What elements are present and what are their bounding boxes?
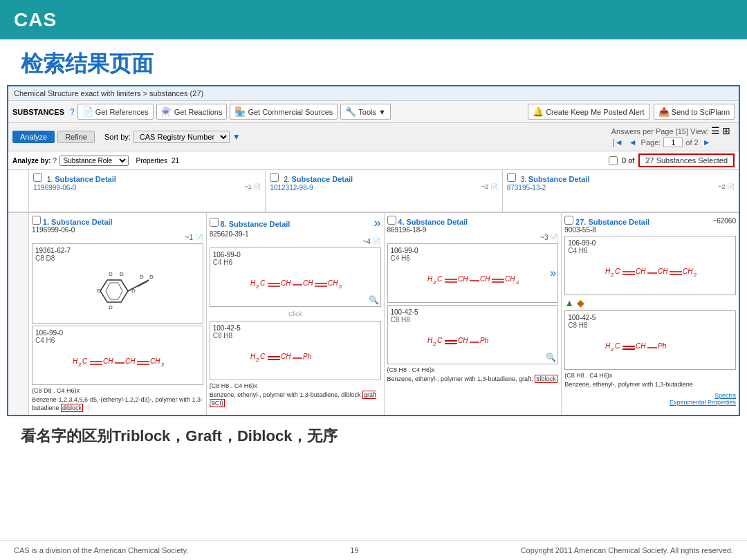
card-2-c1-formula: C4 H6 bbox=[213, 259, 378, 266]
card-1-checkbox[interactable] bbox=[32, 216, 41, 225]
card-3-compound-1: 106-99-0 C4 H6 H 2 C CH CH CH bbox=[387, 243, 559, 303]
preview-3-checkbox[interactable] bbox=[507, 173, 516, 182]
card-4-formula-label: (C8 H8 . C4 H6)x bbox=[564, 372, 736, 379]
svg-text:CH: CH bbox=[458, 275, 468, 283]
tab-refine[interactable]: Refine bbox=[57, 131, 95, 143]
card-2-title[interactable]: 8. Substance Detail bbox=[221, 220, 290, 228]
create-alert-button[interactable]: 🔔 Create Keep Me Posted Alert bbox=[528, 104, 649, 120]
get-references-button[interactable]: 📄 Get References bbox=[77, 104, 154, 120]
tab-analyze[interactable]: Analyze bbox=[12, 131, 55, 143]
card-2-highlight: graft (9CI) bbox=[210, 391, 376, 407]
list-view-button[interactable]: ☰ bbox=[711, 125, 720, 136]
svg-marker-0 bbox=[100, 280, 128, 302]
sort-label: Sort by: bbox=[104, 133, 131, 141]
card-4-orange-icon[interactable]: ◆ bbox=[577, 297, 584, 308]
preview-3-title[interactable]: Substance Detail bbox=[528, 175, 590, 183]
card-4-compound-1: 106-99-0 C4 H6 H 2 C CH CH CH bbox=[564, 236, 736, 295]
top-previews-row: 1. Substance Detail 1196999-06-0 ~1 📄 2.… bbox=[8, 170, 739, 212]
send-to-scifinder-button[interactable]: 📤 Send to SciPlann bbox=[654, 104, 735, 120]
card-3-checkbox[interactable] bbox=[387, 216, 396, 225]
card-2-compound-1: 106-99-0 C4 H6 H 2 C CH CH CH bbox=[210, 248, 381, 307]
card-3: 4. Substance Detail 869196-18-9 ~3 📄 106… bbox=[385, 213, 562, 415]
preview-3-ref: ~2 📄 bbox=[718, 183, 735, 190]
card-3-compound-2: 100-42-5 C8 H8 H 2 C CH Ph 🔍 bbox=[387, 305, 559, 364]
card-2-c2-cas: 100-42-5 bbox=[213, 324, 378, 332]
benzene-d8-structure: D D D D D D D bbox=[69, 266, 166, 315]
card-2: 8. Substance Detail » 825620-39-1 ~4 📄 1… bbox=[207, 213, 385, 415]
substances-label: SUBSTANCES bbox=[12, 108, 64, 116]
svg-text:C: C bbox=[437, 337, 443, 344]
svg-text:2: 2 bbox=[256, 357, 259, 363]
card-4-c2-structure: H 2 C CH Ph bbox=[568, 329, 732, 366]
preview-1-checkbox[interactable] bbox=[33, 173, 42, 182]
card-2-checkbox[interactable] bbox=[210, 218, 219, 227]
card-1-c2-formula: C4 H6 bbox=[35, 337, 200, 344]
next-page-button[interactable]: ► bbox=[701, 136, 712, 149]
svg-text:CH: CH bbox=[103, 357, 113, 365]
card-3-c1-scroll[interactable]: » bbox=[550, 267, 556, 279]
card-4-title[interactable]: 27. Substance Detail bbox=[575, 218, 649, 226]
butadiene-structure: H 2 C CH CH CH 2 bbox=[69, 348, 166, 376]
results-container: Chemical Structure exact with limiters >… bbox=[7, 85, 740, 416]
svg-text:2: 2 bbox=[694, 272, 697, 278]
card-3-c2-magnifier[interactable]: 🔍 bbox=[546, 353, 556, 362]
svg-line-8 bbox=[138, 280, 149, 286]
select-all-checkbox[interactable] bbox=[609, 156, 618, 165]
help-icon[interactable]: ? bbox=[70, 107, 75, 117]
tabs-row: Analyze Refine Sort by: CAS Registry Num… bbox=[8, 123, 739, 151]
card-2-click-hint: Click bbox=[210, 309, 381, 319]
preview-2-title[interactable]: Substance Detail bbox=[292, 175, 353, 183]
card-3-c1-formula: C4 H6 bbox=[391, 254, 555, 262]
card-2-formula-label: (C8 H8 . C4 H6)x bbox=[210, 382, 381, 389]
card-1-compound-2: 106-99-0 C4 H6 H 2 C CH CH bbox=[32, 326, 203, 385]
sort-order-button[interactable]: ▼ bbox=[232, 132, 241, 142]
grid-view-button[interactable]: ⊞ bbox=[722, 125, 730, 136]
card-2-ref: ~4 📄 bbox=[210, 238, 381, 245]
prev-page-button[interactable]: ◄ bbox=[627, 136, 638, 149]
selection-row: Analyze by: ? Substance Role Properties … bbox=[8, 151, 739, 170]
card-2-c2-formula: C8 H8 bbox=[213, 332, 378, 339]
analyze-by-select[interactable]: Substance Role bbox=[59, 156, 129, 166]
card-4-desc: Benzene, ethenyl-, polymer with 1,3-buta… bbox=[564, 381, 736, 389]
analyze-by-panel: Analyze by: ? Substance Role bbox=[12, 156, 129, 166]
get-reactions-button[interactable]: ⚗️ Get Reactions bbox=[156, 104, 228, 120]
page-of-label: of 2 bbox=[685, 138, 698, 147]
svg-text:CH: CH bbox=[303, 279, 313, 287]
footer-right: Copyright 2011 American Chemical Society… bbox=[521, 546, 733, 554]
page-input[interactable] bbox=[663, 138, 683, 147]
get-commercial-button[interactable]: 🏪 Get Commercial Sources bbox=[230, 104, 338, 120]
sort-select[interactable]: CAS Registry Number bbox=[133, 131, 230, 143]
experimental-properties-link[interactable]: Experimental Properties bbox=[564, 399, 736, 406]
card-4-checkbox[interactable] bbox=[564, 216, 573, 225]
card-2-expand-icon[interactable]: » bbox=[374, 216, 380, 230]
card-4: 27. Substance Detail ~62060 9003-55-8 10… bbox=[562, 213, 739, 415]
first-page-button[interactable]: |◄ bbox=[611, 136, 625, 149]
svg-text:D: D bbox=[120, 271, 124, 277]
svg-text:CH: CH bbox=[683, 268, 693, 275]
card-2-c1-magnifier[interactable]: 🔍 bbox=[369, 295, 379, 305]
spectra-link[interactable]: Spectra bbox=[564, 392, 736, 399]
card-2-c2-structure: H 2 C CH Ph bbox=[213, 339, 378, 377]
page-label: Page: bbox=[641, 138, 661, 147]
card-3-c1-structure: H 2 C CH CH CH 2 bbox=[391, 262, 555, 299]
card-1-highlight: diblock bbox=[61, 404, 83, 412]
svg-text:H: H bbox=[427, 337, 433, 344]
card-3-ref: ~3 📄 bbox=[387, 234, 559, 241]
card-4-c1-cas: 106-99-0 bbox=[568, 239, 732, 247]
styrene-structure-4: H 2 C CH Ph bbox=[602, 333, 699, 361]
svg-text:H: H bbox=[73, 357, 78, 365]
card-4-green-icon[interactable]: ▲ bbox=[564, 297, 574, 308]
card-1-title[interactable]: 1. Substance Detail bbox=[43, 218, 113, 226]
left-panel bbox=[8, 213, 29, 415]
card-3-title[interactable]: 4. Substance Detail bbox=[398, 218, 468, 226]
svg-text:2: 2 bbox=[161, 362, 165, 368]
butadiene-structure-2: H 2 C CH CH CH 2 bbox=[247, 270, 344, 298]
svg-text:D: D bbox=[149, 274, 154, 280]
svg-text:CH: CH bbox=[281, 353, 291, 360]
breadcrumb: Chemical Structure exact with limiters >… bbox=[8, 86, 739, 101]
preview-2-checkbox[interactable] bbox=[270, 173, 279, 182]
analyze-help-icon[interactable]: ? bbox=[53, 157, 57, 165]
tools-button[interactable]: 🔧 Tools ▼ bbox=[340, 104, 391, 120]
preview-1-title[interactable]: Substance Detail bbox=[55, 175, 116, 183]
preview-3-num: 3. bbox=[521, 176, 528, 183]
